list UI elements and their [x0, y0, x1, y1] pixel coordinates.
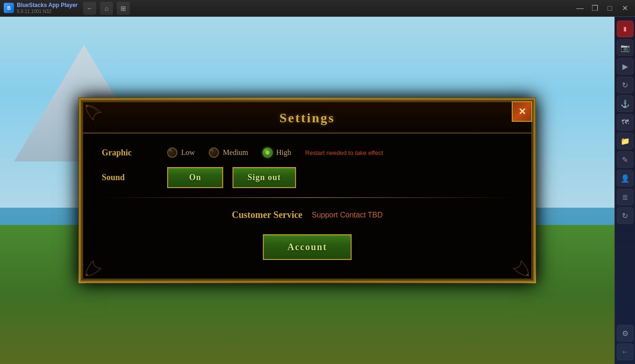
- dialog-overlay: Settings ✕ Graphic: [0, 17, 614, 364]
- graphic-medium-radio[interactable]: [209, 147, 219, 158]
- dialog-header: Settings ✕: [83, 102, 531, 133]
- minimize-button[interactable]: —: [573, 2, 586, 15]
- toolbar-camera-button[interactable]: 📷: [617, 39, 634, 56]
- toolbar-red-button[interactable]: ▮: [617, 21, 634, 37]
- toolbar-ship-button[interactable]: ⚓: [617, 95, 634, 112]
- dialog-border-inner: Settings ✕ Graphic: [82, 101, 532, 280]
- corner-br-decoration: [513, 260, 529, 277]
- dialog-border-outer: Settings ✕ Graphic: [80, 99, 535, 282]
- settings-dialog: Settings ✕ Graphic: [78, 98, 536, 283]
- sound-label: Sound: [102, 173, 167, 182]
- app-version: 5.9.11.1001 N32: [17, 9, 78, 14]
- app-name: BlueStacks App Player: [17, 2, 78, 8]
- app-logo: B BlueStacks App Player 5.9.11.1001 N32: [4, 2, 78, 14]
- dialog-content: Graphic Low M: [83, 133, 531, 279]
- graphic-controls: Low Medium High: [167, 147, 513, 158]
- nav-grid-button[interactable]: ⊞: [117, 2, 130, 15]
- graphic-low-radio[interactable]: [167, 147, 177, 158]
- toolbar-back-button[interactable]: ←: [617, 343, 634, 360]
- svg-point-0: [86, 105, 88, 107]
- sound-on-button[interactable]: On: [167, 167, 223, 188]
- restart-notice: Restart needed to take effect: [305, 149, 383, 156]
- graphic-row: Graphic Low M: [102, 147, 513, 158]
- toolbar-rotate-button[interactable]: ↻: [617, 207, 634, 224]
- corner-bl-decoration: [85, 260, 102, 277]
- sound-controls: On Sign out: [167, 167, 513, 188]
- svg-point-2: [86, 274, 88, 276]
- toolbar-refresh-button[interactable]: ↻: [617, 77, 634, 93]
- app-icon: B: [4, 3, 14, 13]
- nav-home-button[interactable]: ⌂: [100, 2, 113, 15]
- window-controls: — ❒ □ ✕: [573, 2, 631, 15]
- toolbar-gear-button[interactable]: ⚙: [617, 325, 634, 342]
- graphic-medium-option[interactable]: Medium: [209, 147, 248, 158]
- right-toolbar: ▮ 📷 ▶ ↻ ⚓ 🗺 📁 ✎ 👤 ≣ ↻ ⚙ ←: [614, 17, 635, 364]
- graphic-label: Graphic: [102, 148, 167, 158]
- corner-tl-decoration: [85, 104, 102, 121]
- graphic-low-option[interactable]: Low: [167, 147, 195, 158]
- account-button[interactable]: Account: [263, 234, 351, 260]
- toolbar-layers-button[interactable]: ≣: [617, 189, 634, 205]
- account-row: Account: [102, 234, 513, 260]
- svg-point-3: [527, 274, 529, 276]
- sign-out-button[interactable]: Sign out: [233, 167, 296, 188]
- graphic-medium-label: Medium: [223, 148, 248, 157]
- graphic-radio-group: Low Medium High: [167, 147, 291, 158]
- maximize-button[interactable]: □: [603, 2, 616, 15]
- titlebar-nav: ← ⌂ ⊞: [83, 2, 130, 15]
- toolbar-folder-button[interactable]: 📁: [617, 133, 634, 149]
- nav-back-button[interactable]: ←: [83, 2, 96, 15]
- dialog-title: Settings: [92, 111, 522, 126]
- graphic-high-label: High: [276, 148, 291, 157]
- graphic-high-radio[interactable]: [262, 147, 273, 158]
- sound-row: Sound On Sign out: [102, 167, 513, 188]
- titlebar: B BlueStacks App Player 5.9.11.1001 N32 …: [0, 0, 635, 17]
- graphic-high-option[interactable]: High: [262, 147, 291, 158]
- customer-service-label: Customer Service: [232, 210, 302, 220]
- restore-button[interactable]: ❒: [588, 2, 601, 15]
- customer-service-value: Support Contact TBD: [312, 211, 383, 219]
- customer-service-row: Customer Service Support Contact TBD: [102, 210, 513, 220]
- toolbar-video-button[interactable]: ▶: [617, 58, 634, 75]
- close-dialog-button[interactable]: ✕: [512, 101, 532, 122]
- toolbar-map-button[interactable]: 🗺: [617, 114, 634, 131]
- toolbar-person-button[interactable]: 👤: [617, 170, 634, 187]
- toolbar-edit-button[interactable]: ✎: [617, 151, 634, 168]
- close-button[interactable]: ✕: [618, 2, 631, 15]
- graphic-low-label: Low: [181, 148, 195, 157]
- settings-divider: [102, 197, 513, 198]
